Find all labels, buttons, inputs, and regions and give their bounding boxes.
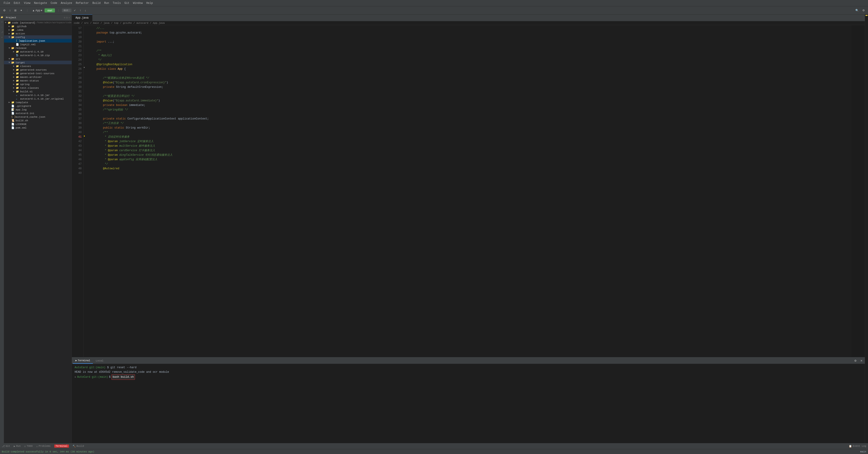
tree-jar[interactable]: ☕ autocard-1.4.10.jar [4, 93, 72, 97]
menu-window[interactable]: Window [131, 2, 145, 5]
build-status: Build completed successfully in 6 sec, 3… [2, 450, 94, 453]
zip-file-icon: 🗜 [16, 54, 20, 57]
src-folder-icon: 📂 [11, 57, 15, 60]
run-tool[interactable]: ▶ Run [14, 445, 21, 448]
tab-app-label: App.java [75, 16, 89, 20]
menu-help[interactable]: Help [145, 2, 155, 5]
fav-icon-strip[interactable]: ★ [0, 35, 4, 39]
panel-gear-icon[interactable]: ✦ [68, 16, 70, 19]
maven-archiver-icon: 📁 [16, 76, 20, 79]
run-config-dropdown[interactable]: ▲ App ▾ [31, 8, 43, 12]
tree-applog[interactable]: 📝 app.log [4, 108, 72, 111]
menu-run[interactable]: Run [102, 2, 111, 5]
settings-btn[interactable]: ⚙ [861, 8, 866, 12]
tree-maven-archiver[interactable]: ▶ 📁 maven-archiver [4, 75, 72, 79]
tree-jar-original[interactable]: ☕ autocard-1.4.10.jar.original [4, 97, 72, 101]
tree-maven-status[interactable]: ▶ 📁 maven-status [4, 79, 72, 82]
menu-navigate[interactable]: Navigate [32, 2, 49, 5]
toolbar-gear-btn[interactable]: ✦ [19, 8, 24, 12]
src-arrow: ▼ [8, 58, 11, 60]
panel-settings-icon[interactable]: ⚙ [64, 16, 65, 19]
tab-terminal[interactable]: ▶ Terminal [73, 358, 93, 364]
status-left: Build completed successfully in 6 sec, 3… [2, 450, 94, 453]
toolbar-sync-btn[interactable]: ↕ [8, 8, 12, 12]
tree-application-json[interactable]: { } application.json [4, 39, 72, 42]
buildsh-label: build.sh [16, 119, 28, 122]
jar-orig-icon: ☕ [16, 97, 20, 100]
structure-icon-strip[interactable]: ≡ [0, 20, 4, 24]
menu-refactor[interactable]: Refactor [74, 2, 91, 5]
toolbar-expand-btn[interactable]: ⊞ [13, 8, 18, 12]
tree-cache-json[interactable]: { } autocard_cache.json [4, 115, 72, 119]
tree-root[interactable]: ▼ 📁 code [autocard] /home/admin/workspac… [4, 21, 72, 24]
terminal-tool[interactable]: Terminal [54, 445, 69, 448]
tree-gen-test[interactable]: ▶ 📁 generated-test-sources [4, 72, 72, 75]
event-log-tool[interactable]: 📋 Event Log [849, 445, 866, 448]
prompt-2: AutoCard git:(main) [77, 375, 108, 379]
git-tool[interactable]: ⎇ Git [2, 445, 10, 448]
tree-buildsh[interactable]: 📜 build.sh [4, 119, 72, 122]
tree-pom[interactable]: 📄 pom.xml [4, 126, 72, 130]
tree-classes[interactable]: ▶ 📁 classes [4, 64, 72, 68]
menu-build[interactable]: Build [91, 2, 102, 5]
code-content[interactable]: //... package top.gcszhn.autocard; impor… [88, 25, 851, 357]
applog-icon: 📝 [11, 108, 15, 111]
menu-file[interactable]: File [2, 2, 12, 5]
terminal-content[interactable]: AutoCard git:(main) $ git reset --hard H… [72, 364, 865, 443]
tree-github[interactable]: ▶ 📁 .github [4, 24, 72, 28]
tree-src[interactable]: ▼ 📂 src [4, 57, 72, 61]
menu-edit[interactable]: Edit [12, 2, 22, 5]
problems-tool[interactable]: ⚠ Problems [36, 445, 51, 448]
editor-tab-app[interactable]: App.java [72, 15, 92, 21]
panel-expand-icon[interactable]: ⊟ [66, 16, 68, 19]
tree-log4j[interactable]: 📄 log4j2.xml [4, 42, 72, 46]
tree-license[interactable]: 📄 LICENSE [4, 122, 72, 126]
gutter-46 [84, 157, 88, 161]
idea-label: .idea [16, 29, 24, 31]
folder-icon-strip[interactable]: 📁 [0, 16, 4, 19]
run-button[interactable]: start [44, 8, 55, 12]
build-tool[interactable]: 🔨 Build [72, 445, 84, 448]
problems-tool-label: Problems [39, 445, 51, 448]
search-btn[interactable]: 🔍 [854, 8, 860, 12]
todo-tool[interactable]: ☑ TODO [24, 445, 33, 448]
tree-autocard-folder[interactable]: ▶ 📁 autocard-1.4.10 [4, 50, 72, 53]
menu-git[interactable]: Git [123, 2, 131, 5]
tree-autocard-ini[interactable]: 📄 autocard.ini [4, 111, 72, 115]
git-branch-status: main [860, 450, 866, 453]
tree-template[interactable]: ▶ 📁 template [4, 101, 72, 104]
bottom-panel: ▶ Terminal Local ⚙ ✕ AutoCard git:(main)… [72, 357, 865, 443]
terminal-close-btn[interactable]: ✕ [859, 359, 864, 363]
fold-arrow-26[interactable]: ▼ [84, 66, 85, 69]
tree-idea[interactable]: ▶ 📁 .idea [4, 28, 72, 32]
tab-local[interactable]: Local [93, 358, 106, 364]
menu-view[interactable]: View [22, 2, 32, 5]
menu-analyze[interactable]: Analyze [59, 2, 74, 5]
pull-icon-strip[interactable]: ↓ [0, 25, 4, 29]
git-icon-strip[interactable]: ⎇ [0, 30, 4, 34]
terminal-settings-btn[interactable]: ⚙ [853, 359, 858, 363]
tree-config[interactable]: ▼ 📂 config [4, 35, 72, 39]
tree-test-classes[interactable]: ▶ 📁 test-classes [4, 86, 72, 90]
tree-target[interactable]: ▼ 📂 target [4, 61, 72, 64]
test-classes-label: test-classes [20, 86, 39, 89]
ln-20: 20 [72, 39, 82, 44]
gutter-34 [84, 102, 88, 107]
tree-autocard-zip[interactable]: 🗜 autocard-1.4.10.zip [4, 53, 72, 57]
git-push-btn[interactable]: ↑ [78, 8, 82, 12]
project-panel: Project ⚙ ⊟ ✦ ▼ 📁 code [autocard] /home/… [4, 15, 72, 443]
ln-41: 41 [72, 135, 82, 139]
tree-action[interactable]: ▶ 📁 action [4, 32, 72, 35]
git-check-btn[interactable]: ✓ [72, 8, 77, 12]
menu-tools[interactable]: Tools [111, 2, 123, 5]
tree-spring[interactable]: ▶ 📁 spring [4, 82, 72, 86]
tree-gitignore[interactable]: 📄 .gitignore [4, 104, 72, 108]
menu-code[interactable]: Code [49, 2, 59, 5]
toolbar-settings-btn[interactable]: ⚙ [2, 8, 7, 12]
tree-gen-sources[interactable]: ▶ 📁 generated-sources [4, 68, 72, 72]
log4j-label: log4j2.xml [20, 43, 36, 46]
git-pull-btn[interactable]: ↓ [83, 8, 87, 12]
gutter-44 [84, 147, 88, 152]
tree-release[interactable]: ▼ 📂 release [4, 46, 72, 50]
tree-build1[interactable]: ▶ 📁 build.s1 [4, 90, 72, 93]
